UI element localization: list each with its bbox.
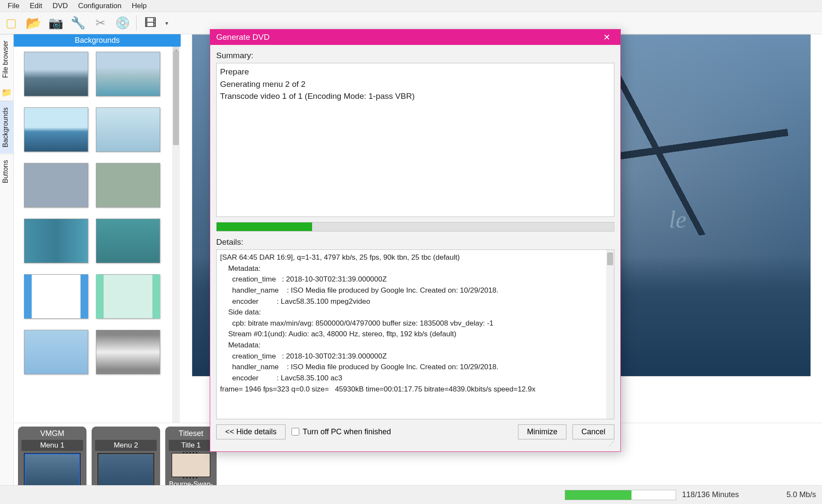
background-thumb[interactable] (96, 107, 160, 152)
details-scrollbar[interactable] (606, 250, 614, 419)
summary-label: Summary: (216, 51, 614, 60)
details-box[interactable]: [SAR 64:45 DAR 16:9], q=1-31, 4797 kb/s,… (216, 249, 614, 419)
tab-file-browser[interactable]: File browser (0, 34, 13, 84)
menu-dvd[interactable]: DVD (48, 1, 72, 11)
dropdown-icon[interactable]: ▾ (164, 15, 172, 32)
status-minutes: 118/136 Minutes (682, 490, 739, 499)
background-thumb[interactable] (24, 107, 88, 152)
folder-icon[interactable]: 📁 (0, 84, 13, 101)
browser-header: Backgrounds (14, 34, 181, 47)
minimize-button[interactable]: Minimize (518, 424, 566, 439)
browser-scrollbar[interactable]: ▴ ▾ (172, 47, 180, 485)
thumbnail-scroll[interactable]: ▴ ▾ (14, 47, 181, 485)
toolbar-separator (136, 15, 137, 31)
background-thumb[interactable] (24, 274, 88, 319)
menu2-label[interactable]: Menu 2 (95, 440, 157, 451)
new-project-icon[interactable]: ▢ (3, 15, 20, 32)
status-bitrate: 5.0 Mb/s (756, 490, 816, 499)
hide-details-button[interactable]: << Hide details (216, 424, 286, 439)
background-thumb[interactable] (96, 52, 160, 96)
background-thumb[interactable] (96, 274, 160, 319)
close-icon[interactable]: ✕ (599, 30, 614, 45)
side-tabs: File browser 📁 Backgrounds Buttons (0, 34, 14, 485)
shutdown-checkbox-label[interactable]: Turn off PC when finished (292, 427, 391, 436)
summary-line: Prepare (220, 66, 611, 78)
status-progress-fill (565, 490, 631, 500)
dialog-titlebar[interactable]: Generate DVD ✕ (210, 30, 620, 45)
background-thumb[interactable] (24, 219, 88, 263)
summary-box: Prepare Generating menu 2 of 2 Transcode… (216, 63, 614, 217)
details-text: [SAR 64:45 DAR 16:9], q=1-31, 4797 kb/s,… (220, 253, 536, 393)
open-project-icon[interactable]: 📂 (25, 15, 42, 32)
wrench-icon[interactable]: 🔧 (69, 15, 86, 32)
scrollbar-thumb[interactable] (173, 51, 179, 145)
titleset-label: Titleset (179, 429, 203, 438)
background-thumb[interactable] (24, 52, 88, 96)
vmgm-label: VMGM (40, 429, 64, 438)
burn-disc-icon[interactable]: 💿 (114, 15, 131, 32)
details-scroll-thumb[interactable] (607, 252, 613, 265)
tab-buttons[interactable]: Buttons (0, 154, 13, 189)
title1-label[interactable]: Title 1 (169, 440, 213, 451)
spacer (125, 429, 127, 438)
background-thumb[interactable] (96, 330, 160, 374)
resize-grip-icon[interactable]: ⋰ (609, 440, 614, 446)
status-progress (565, 490, 676, 500)
menu-bar: File Edit DVD Configuration Help (0, 0, 822, 12)
dialog-title: Generate DVD (216, 33, 270, 42)
details-label: Details: (216, 237, 614, 247)
generate-dvd-dialog: Generate DVD ✕ Summary: Prepare Generati… (210, 29, 621, 452)
background-thumb[interactable] (96, 163, 160, 208)
tab-backgrounds[interactable]: Backgrounds (0, 101, 13, 153)
title1-thumb[interactable] (172, 454, 210, 477)
menu1-label[interactable]: Menu 1 (21, 440, 83, 451)
menu-edit[interactable]: Edit (25, 1, 46, 11)
status-bar: 118/136 Minutes 5.0 Mb/s (0, 485, 822, 504)
background-thumb[interactable] (24, 330, 88, 374)
summary-line: Generating menu 2 of 2 (220, 78, 611, 91)
menu-help[interactable]: Help (128, 1, 151, 11)
browser-panel: Backgrounds ▴ ▾ (14, 34, 181, 485)
background-thumb[interactable] (96, 219, 160, 263)
camera-icon[interactable]: 📷 (47, 15, 64, 32)
menu-configuration[interactable]: Configuration (74, 1, 126, 11)
cancel-button[interactable]: Cancel (572, 424, 614, 439)
progress-fill (217, 222, 312, 231)
transcode-progress (216, 222, 614, 231)
menu-file[interactable]: File (3, 1, 24, 11)
summary-line: Transcode video 1 of 1 (Encoding Mode: 1… (220, 90, 611, 103)
preview-title-text: le (669, 206, 686, 233)
shutdown-checkbox[interactable] (292, 428, 299, 436)
shutdown-text: Turn off PC when finished (303, 427, 391, 436)
tools-icon[interactable]: ✂ (92, 15, 109, 32)
add-clip-icon[interactable]: 🎞 (142, 15, 159, 32)
background-thumb[interactable] (24, 163, 88, 208)
